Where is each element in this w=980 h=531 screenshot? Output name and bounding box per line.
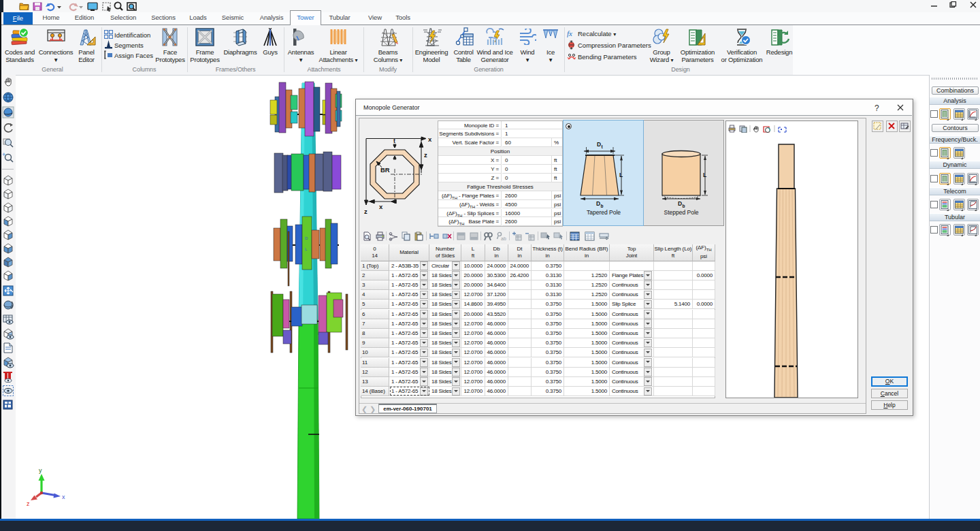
svg-text:D: D — [597, 141, 601, 148]
svg-text:t: t — [602, 144, 604, 149]
svg-text:BR: BR — [380, 166, 390, 174]
svg-text:ab: ab — [501, 236, 506, 241]
svg-text:z: z — [27, 500, 30, 507]
svg-text:D: D — [596, 200, 600, 207]
svg-text:L: L — [619, 172, 623, 178]
svg-text:z: z — [364, 208, 368, 215]
svg-text:L: L — [703, 172, 706, 178]
svg-text:x: x — [428, 135, 432, 143]
svg-text:D: D — [305, 236, 308, 240]
svg-text:D: D — [678, 200, 682, 207]
svg-text:y: y — [39, 467, 42, 474]
svg-text:z: z — [424, 151, 427, 159]
svg-text:t: t — [393, 138, 395, 144]
svg-text:b: b — [601, 204, 604, 208]
svg-text:x: x — [379, 203, 383, 210]
svg-text:x: x — [62, 494, 65, 500]
svg-text:fx: fx — [567, 29, 572, 37]
svg-text:b: b — [683, 204, 685, 208]
